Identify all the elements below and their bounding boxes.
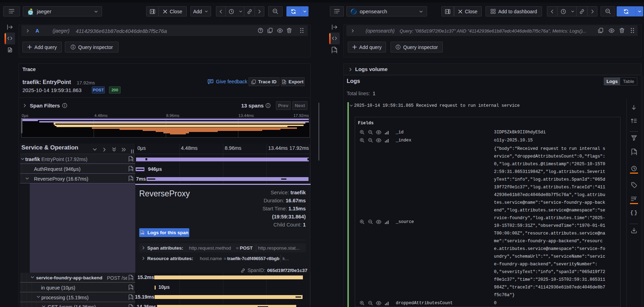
svg-text:LOG: LOG	[129, 287, 133, 289]
svg-text:LOG: LOG	[333, 50, 337, 53]
svg-text:LOG: LOG	[129, 297, 133, 299]
svg-text:LOG: LOG	[129, 169, 133, 171]
svg-text:LOG: LOG	[129, 179, 133, 181]
svg-text:LOG: LOG	[129, 159, 133, 161]
svg-text:LOG: LOG	[141, 233, 144, 235]
svg-text:LOG: LOG	[129, 278, 133, 280]
svg-text:LOG: LOG	[632, 152, 637, 154]
